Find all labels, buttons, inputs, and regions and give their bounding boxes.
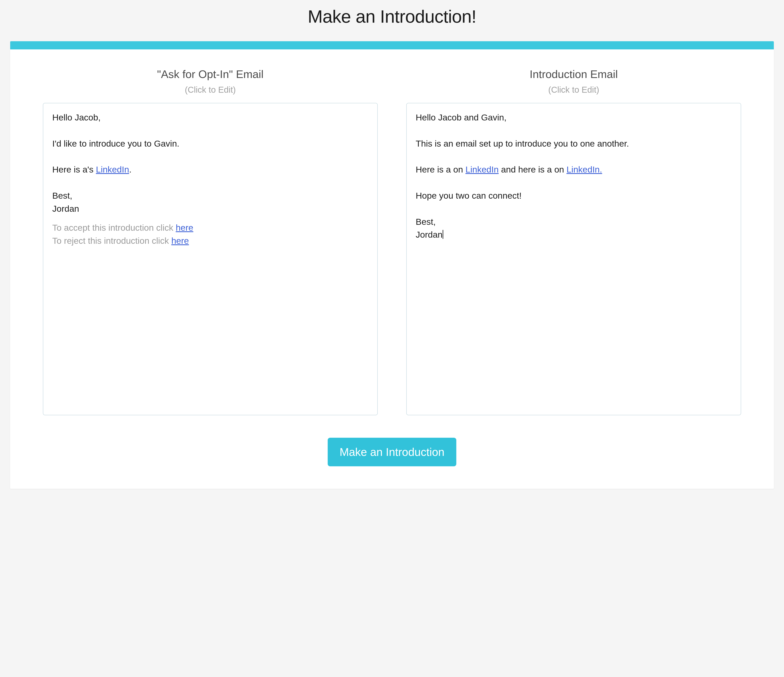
optin-closing2: Jordan [52, 202, 368, 215]
main-card: "Ask for Opt-In" Email (Click to Edit) H… [10, 41, 774, 489]
optin-column-title: "Ask for Opt-In" Email [43, 68, 378, 81]
intro-closing1: Best, [416, 215, 732, 229]
intro-email-editor[interactable]: Hello Jacob and Gavin, This is an email … [406, 103, 741, 415]
card-body: "Ask for Opt-In" Email (Click to Edit) H… [10, 50, 774, 489]
page-title: Make an Introduction! [4, 6, 780, 27]
optin-line2: Here is a's LinkedIn. [52, 163, 368, 176]
optin-line1: I'd like to introduce you to Gavin. [52, 137, 368, 150]
intro-line2: Here is a on LinkedIn and here is a on L… [416, 163, 732, 176]
optin-linkedin-link[interactable]: LinkedIn [96, 165, 129, 174]
optin-column-subtitle: (Click to Edit) [43, 85, 378, 95]
optin-reject-link[interactable]: here [171, 236, 189, 246]
make-introduction-button[interactable]: Make an Introduction [328, 438, 456, 466]
intro-line2-mid: and here is a on [499, 165, 566, 174]
optin-email-editor[interactable]: Hello Jacob, I'd like to introduce you t… [43, 103, 378, 415]
intro-column-title: Introduction Email [406, 68, 741, 81]
optin-closing1: Best, [52, 189, 368, 202]
optin-line2-prefix: Here is a's [52, 165, 96, 174]
optin-column: "Ask for Opt-In" Email (Click to Edit) H… [43, 68, 378, 415]
columns-wrapper: "Ask for Opt-In" Email (Click to Edit) H… [43, 68, 741, 415]
intro-column-subtitle: (Click to Edit) [406, 85, 741, 95]
intro-linkedin-link-1[interactable]: LinkedIn [465, 165, 499, 174]
optin-accept-prefix: To accept this introduction click [52, 223, 176, 232]
optin-greeting: Hello Jacob, [52, 111, 368, 124]
optin-line2-suffix: . [129, 165, 131, 174]
intro-closing2: Jordan [416, 228, 732, 241]
intro-linkedin-link-2[interactable]: LinkedIn. [566, 165, 602, 174]
intro-greeting: Hello Jacob and Gavin, [416, 111, 732, 124]
intro-column: Introduction Email (Click to Edit) Hello… [406, 68, 741, 415]
optin-reject-line: To reject this introduction click here [52, 234, 368, 247]
intro-line1: This is an email set up to introduce you… [416, 137, 732, 150]
intro-line2-prefix: Here is a on [416, 165, 465, 174]
card-accent-bar [10, 41, 774, 50]
button-row: Make an Introduction [43, 438, 741, 466]
optin-reject-prefix: To reject this introduction click [52, 236, 171, 246]
optin-accept-line: To accept this introduction click here [52, 221, 368, 234]
optin-accept-link[interactable]: here [176, 223, 193, 232]
intro-line3: Hope you two can connect! [416, 189, 732, 202]
